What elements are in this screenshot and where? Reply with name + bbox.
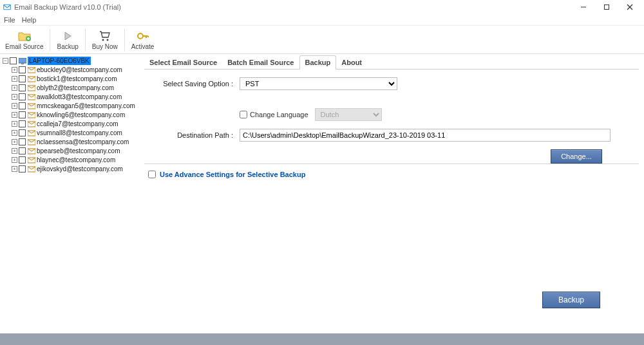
tab-select-email-source[interactable]: Select Email Source bbox=[144, 56, 222, 69]
expand-icon[interactable]: + bbox=[12, 103, 17, 109]
tree-item-label: mmcskeagan5@testcompany.com bbox=[37, 102, 135, 110]
mailbox-icon bbox=[27, 84, 35, 91]
tree-item[interactable]: +nclaessensa@testcompany.com bbox=[1, 138, 138, 146]
mailbox-icon bbox=[27, 120, 35, 127]
expand-icon[interactable]: + bbox=[12, 130, 17, 136]
toolbar: Email Source Backup Buy Now Activate bbox=[0, 26, 644, 54]
toolbar-buy-now[interactable]: Buy Now bbox=[87, 26, 123, 53]
mailbox-icon bbox=[27, 75, 35, 82]
toolbar-activate[interactable]: Activate bbox=[126, 26, 160, 53]
svg-rect-10 bbox=[19, 58, 26, 63]
tree-item[interactable]: +oblyth2@testcompany.com bbox=[1, 84, 138, 92]
expand-icon[interactable]: + bbox=[12, 76, 17, 82]
checkbox[interactable] bbox=[19, 102, 26, 109]
saving-option-label: Select Saving Option : bbox=[144, 80, 240, 88]
tree-item-label: hlaynec@testcompany.com bbox=[37, 156, 115, 164]
desktop-icon bbox=[18, 57, 26, 64]
change-language-label: Change Language bbox=[250, 111, 308, 118]
tree-item-label: vsumnall8@testcompany.com bbox=[37, 129, 122, 137]
checkbox[interactable] bbox=[19, 147, 26, 154]
svg-point-9 bbox=[138, 33, 143, 39]
menu-help[interactable]: Help bbox=[22, 16, 37, 24]
tree-item[interactable]: +bpearseb@testcompany.com bbox=[1, 147, 138, 155]
tree-item-label: awalklott3@testcompany.com bbox=[37, 93, 122, 101]
svg-point-8 bbox=[106, 39, 108, 41]
saving-option-select[interactable]: PST bbox=[240, 77, 397, 90]
checkbox[interactable] bbox=[19, 111, 26, 118]
expand-icon[interactable]: + bbox=[12, 157, 17, 163]
change-language-checkbox[interactable] bbox=[240, 111, 247, 118]
expand-icon[interactable]: + bbox=[12, 121, 17, 127]
tree-item[interactable]: +bostick1@testcompany.com bbox=[1, 75, 138, 83]
checkbox[interactable] bbox=[19, 138, 26, 145]
expand-icon[interactable]: + bbox=[12, 148, 17, 154]
svg-point-7 bbox=[102, 39, 104, 41]
destination-path-input[interactable] bbox=[240, 129, 611, 142]
tree-item[interactable]: +vsumnall8@testcompany.com bbox=[1, 129, 138, 137]
toolbar-email-source[interactable]: Email Source bbox=[0, 26, 48, 53]
tab-batch-email-source[interactable]: Batch Email Source bbox=[222, 56, 299, 69]
expand-icon[interactable]: + bbox=[12, 112, 17, 118]
mailbox-icon bbox=[27, 129, 35, 136]
advance-settings-label[interactable]: Use Advance Settings for Selective Backu… bbox=[160, 171, 305, 178]
destination-path-label: Destination Path : bbox=[144, 131, 240, 139]
tree-item[interactable]: +kknowling6@testcompany.com bbox=[1, 111, 138, 119]
key-icon bbox=[137, 29, 149, 43]
svg-rect-11 bbox=[21, 63, 24, 64]
change-button[interactable]: Change... bbox=[551, 149, 602, 163]
tree-item[interactable]: +ejikovskyd@testcompany.com bbox=[1, 165, 138, 173]
tree-item-label: ejikovskyd@testcompany.com bbox=[37, 165, 123, 173]
play-icon bbox=[62, 29, 73, 43]
checkbox[interactable] bbox=[19, 129, 26, 136]
checkbox[interactable] bbox=[19, 93, 26, 100]
checkbox[interactable] bbox=[10, 57, 17, 64]
expand-icon[interactable]: + bbox=[12, 85, 17, 91]
minimize-button[interactable] bbox=[572, 0, 595, 14]
close-button[interactable] bbox=[618, 0, 641, 14]
checkbox[interactable] bbox=[19, 84, 26, 91]
mailbox-icon bbox=[27, 138, 35, 145]
tab-about[interactable]: About bbox=[336, 56, 367, 69]
checkbox[interactable] bbox=[19, 120, 26, 127]
toolbar-activate-label: Activate bbox=[131, 43, 155, 50]
checkbox[interactable] bbox=[19, 75, 26, 82]
checkbox[interactable] bbox=[19, 165, 26, 172]
tree-item-label: bpearseb@testcompany.com bbox=[37, 147, 120, 155]
cart-icon bbox=[99, 29, 111, 43]
expand-icon[interactable]: + bbox=[12, 166, 17, 172]
tree-item[interactable]: +ebuckley0@testcompany.com bbox=[1, 66, 138, 74]
toolbar-buy-now-label: Buy Now bbox=[92, 43, 118, 50]
maximize-button[interactable] bbox=[595, 0, 618, 14]
language-select[interactable]: Dutch bbox=[315, 108, 382, 121]
checkbox[interactable] bbox=[19, 156, 26, 163]
window-title: Email Backup Wizard v10.0 (Trial) bbox=[14, 3, 121, 11]
backup-button[interactable]: Backup bbox=[542, 292, 600, 308]
tree-item[interactable]: +hlaynec@testcompany.com bbox=[1, 156, 138, 164]
tree-item[interactable]: +awalklott3@testcompany.com bbox=[1, 93, 138, 101]
folder-add-icon bbox=[17, 29, 32, 43]
sidebar-tree: − LAPTOP-60EO6VBK +ebuckley0@testcompany… bbox=[0, 54, 139, 333]
tree-item[interactable]: +ccalleja7@testcompany.com bbox=[1, 120, 138, 128]
mailbox-icon bbox=[27, 111, 35, 118]
mailbox-icon bbox=[27, 147, 35, 154]
menu-file[interactable]: File bbox=[4, 16, 15, 24]
toolbar-backup[interactable]: Backup bbox=[52, 26, 83, 53]
expand-icon[interactable]: + bbox=[12, 67, 17, 73]
mailbox-icon bbox=[27, 165, 35, 172]
expand-icon[interactable]: + bbox=[12, 94, 17, 100]
tree-item[interactable]: +mmcskeagan5@testcompany.com bbox=[1, 102, 138, 110]
mailbox-icon bbox=[27, 156, 35, 163]
tree-root-label: LAPTOP-60EO6VBK bbox=[28, 57, 91, 65]
tree-root[interactable]: − LAPTOP-60EO6VBK bbox=[1, 57, 138, 65]
toolbar-email-source-label: Email Source bbox=[5, 43, 43, 50]
tree-item-label: oblyth2@testcompany.com bbox=[37, 84, 114, 92]
mailbox-icon bbox=[27, 102, 35, 109]
mailbox-icon bbox=[27, 93, 35, 100]
collapse-icon[interactable]: − bbox=[3, 58, 8, 64]
checkbox[interactable] bbox=[19, 66, 26, 73]
advance-settings-checkbox[interactable] bbox=[148, 171, 156, 178]
tab-backup[interactable]: Backup bbox=[299, 55, 337, 70]
svg-rect-0 bbox=[4, 5, 11, 10]
titlebar: Email Backup Wizard v10.0 (Trial) bbox=[0, 0, 644, 14]
expand-icon[interactable]: + bbox=[12, 139, 17, 145]
